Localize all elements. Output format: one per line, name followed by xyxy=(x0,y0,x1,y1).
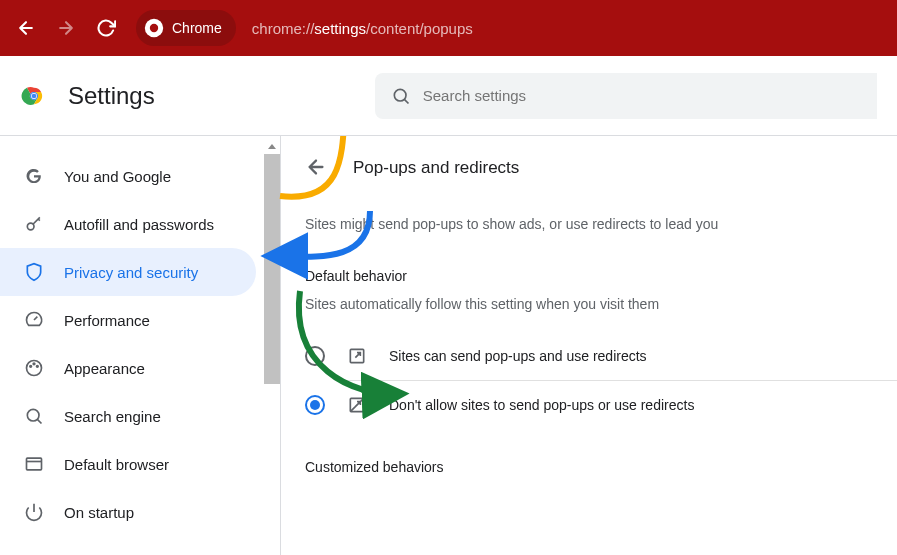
popup-open-icon xyxy=(347,346,367,366)
content-page-title: Pop-ups and redirects xyxy=(353,158,519,178)
sidebar-scrollbar[interactable] xyxy=(264,140,280,555)
search-settings-box[interactable] xyxy=(375,73,877,119)
option-block-popups[interactable]: Don't allow sites to send pop-ups or use… xyxy=(305,385,897,425)
key-icon xyxy=(24,214,44,234)
popup-blocked-icon xyxy=(347,395,367,415)
chrome-logo-icon xyxy=(20,82,48,110)
option-allow-label: Sites can send pop-ups and use redirects xyxy=(389,348,647,364)
default-behavior-heading: Default behavior xyxy=(305,268,897,284)
settings-header: Settings xyxy=(0,56,897,136)
chrome-icon xyxy=(144,18,164,38)
settings-content: Pop-ups and redirects Sites might send p… xyxy=(281,136,897,555)
palette-icon xyxy=(24,358,44,378)
sidebar-item-performance[interactable]: Performance xyxy=(0,296,256,344)
option-allow-popups[interactable]: Sites can send pop-ups and use redirects xyxy=(305,336,897,376)
content-description: Sites might send pop-ups to show ads, or… xyxy=(305,216,897,232)
google-g-icon xyxy=(24,166,44,186)
svg-point-9 xyxy=(30,366,32,368)
speedometer-icon xyxy=(24,310,44,330)
sidebar-item-label: Default browser xyxy=(64,456,169,473)
svg-point-1 xyxy=(150,24,158,32)
site-chip-label: Chrome xyxy=(172,20,222,36)
customized-behaviors-heading: Customized behaviors xyxy=(305,459,897,475)
address-bar[interactable]: chrome://settings/content/popups xyxy=(252,20,473,37)
content-back-button[interactable] xyxy=(305,156,329,180)
forward-nav-button[interactable] xyxy=(48,10,84,46)
sidebar-item-label: Search engine xyxy=(64,408,161,425)
scrollbar-thumb[interactable] xyxy=(264,154,280,384)
svg-point-11 xyxy=(37,366,39,368)
search-icon xyxy=(391,86,411,106)
svg-point-7 xyxy=(27,223,34,230)
sidebar-item-default-browser[interactable]: Default browser xyxy=(0,440,256,488)
svg-rect-13 xyxy=(27,458,42,470)
svg-point-10 xyxy=(33,363,35,365)
sidebar-item-label: Performance xyxy=(64,312,150,329)
sidebar-item-label: Autofill and passwords xyxy=(64,216,214,233)
browser-icon xyxy=(24,454,44,474)
shield-icon xyxy=(24,262,44,282)
svg-point-12 xyxy=(27,409,39,421)
back-nav-button[interactable] xyxy=(8,10,44,46)
radio-selected-icon[interactable] xyxy=(305,395,325,415)
browser-toolbar: Chrome chrome://settings/content/popups xyxy=(0,0,897,56)
power-icon xyxy=(24,502,44,522)
sidebar-item-label: You and Google xyxy=(64,168,171,185)
svg-point-6 xyxy=(394,89,406,101)
search-settings-input[interactable] xyxy=(423,87,861,104)
sidebar-item-on-startup[interactable]: On startup xyxy=(0,488,256,536)
sidebar-item-search-engine[interactable]: Search engine xyxy=(0,392,256,440)
sidebar-item-label: On startup xyxy=(64,504,134,521)
sidebar-item-you-and-google[interactable]: You and Google xyxy=(0,152,256,200)
svg-point-5 xyxy=(32,93,37,98)
sidebar-item-privacy[interactable]: Privacy and security xyxy=(0,248,256,296)
page-app-title: Settings xyxy=(68,82,155,110)
site-chip[interactable]: Chrome xyxy=(136,10,236,46)
radio-unselected-icon[interactable] xyxy=(305,346,325,366)
sidebar-item-autofill[interactable]: Autofill and passwords xyxy=(0,200,256,248)
search-icon xyxy=(24,406,44,426)
reload-button[interactable] xyxy=(88,10,124,46)
option-divider xyxy=(347,380,897,381)
settings-sidebar: You and Google Autofill and passwords Pr… xyxy=(0,136,280,555)
scroll-up-arrow-icon xyxy=(264,140,280,154)
default-behavior-subtext: Sites automatically follow this setting … xyxy=(305,296,897,312)
option-block-label: Don't allow sites to send pop-ups or use… xyxy=(389,397,694,413)
sidebar-item-appearance[interactable]: Appearance xyxy=(0,344,256,392)
sidebar-item-label: Appearance xyxy=(64,360,145,377)
sidebar-item-label: Privacy and security xyxy=(64,264,198,281)
